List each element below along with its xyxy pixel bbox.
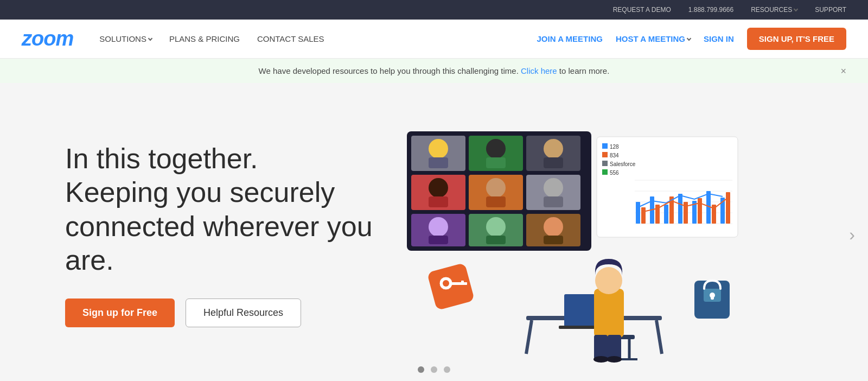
svg-rect-48	[678, 194, 682, 224]
main-nav: zoom SOLUTIONS PLANS & PRICING CONTACT S…	[0, 20, 868, 59]
host-meeting-link[interactable]: HOST A MEETING	[616, 34, 691, 43]
banner-link[interactable]: Click here	[521, 66, 557, 75]
svg-rect-3	[429, 157, 448, 168]
banner-suffix: to learn more.	[559, 66, 610, 75]
announcement-banner: We have developed resources to help you …	[0, 59, 868, 83]
svg-rect-51	[698, 198, 702, 224]
solutions-chevron-icon	[148, 36, 152, 40]
helpful-resources-button[interactable]: Helpful Resources	[186, 299, 301, 327]
zoom-logo[interactable]: zoom	[22, 27, 73, 50]
svg-point-17	[544, 178, 563, 198]
svg-rect-77	[594, 335, 608, 359]
svg-point-20	[429, 217, 448, 237]
hero-content: In this together. Keeping you securely c…	[0, 109, 380, 360]
svg-rect-27	[544, 236, 563, 244]
svg-point-26	[544, 217, 563, 237]
svg-rect-31	[602, 152, 608, 157]
svg-text:834: 834	[610, 153, 619, 158]
svg-point-23	[486, 217, 506, 237]
banner-text: We have developed resources to help you …	[259, 66, 519, 75]
signup-button[interactable]: SIGN UP, IT'S FREE	[747, 28, 846, 50]
contact-sales-nav-link[interactable]: CONTACT SALES	[257, 34, 324, 43]
hero-illustration: 128 834 Salesforce 556	[380, 99, 868, 370]
request-demo-link[interactable]: REQUEST A DEMO	[613, 6, 671, 14]
svg-rect-43	[641, 207, 646, 224]
svg-rect-75	[594, 289, 624, 338]
signup-free-button[interactable]: Sign up for Free	[65, 299, 175, 327]
svg-text:556: 556	[610, 170, 619, 176]
svg-point-11	[429, 178, 448, 198]
carousel-dot-2[interactable]	[431, 366, 437, 373]
resources-link[interactable]: RESOURCES	[751, 6, 797, 14]
carousel-dot-1[interactable]	[418, 366, 424, 373]
banner-close-button[interactable]: ×	[840, 65, 846, 77]
svg-rect-21	[429, 236, 448, 244]
svg-rect-18	[544, 196, 563, 207]
hero-section: In this together. Keeping you securely c…	[0, 83, 868, 381]
svg-point-79	[593, 356, 609, 363]
svg-rect-24	[486, 236, 506, 244]
hero-buttons: Sign up for Free Helpful Resources	[65, 299, 380, 327]
svg-point-8	[544, 139, 563, 158]
svg-rect-42	[636, 202, 640, 224]
svg-line-68	[656, 320, 662, 354]
hero-svg: 128 834 Salesforce 556	[401, 120, 749, 370]
svg-point-2	[429, 139, 448, 158]
svg-rect-9	[544, 157, 563, 168]
top-bar: REQUEST A DEMO 1.888.799.9666 RESOURCES …	[0, 0, 868, 20]
svg-line-67	[526, 320, 532, 354]
svg-point-5	[486, 139, 506, 158]
join-meeting-link[interactable]: JOIN A MEETING	[537, 34, 603, 43]
carousel-dot-3[interactable]	[444, 366, 450, 373]
nav-right: JOIN A MEETING HOST A MEETING SIGN IN SI…	[537, 28, 846, 50]
svg-text:128: 128	[610, 144, 619, 150]
svg-rect-15	[486, 196, 506, 207]
svg-point-76	[595, 267, 622, 294]
carousel-next-arrow[interactable]: ›	[849, 225, 855, 245]
carousel-dots	[418, 366, 450, 373]
svg-rect-12	[429, 196, 448, 207]
svg-rect-29	[602, 143, 608, 149]
svg-rect-64	[461, 281, 464, 285]
svg-point-80	[607, 356, 622, 363]
resources-chevron-icon	[794, 7, 798, 11]
svg-rect-55	[726, 192, 730, 224]
svg-rect-78	[608, 335, 621, 359]
svg-rect-59	[711, 295, 714, 300]
svg-rect-6	[486, 157, 506, 168]
plans-nav-link[interactable]: PLANS & PRICING	[169, 34, 240, 43]
svg-text:Salesforce: Salesforce	[610, 161, 636, 167]
host-chevron-icon	[687, 36, 691, 40]
svg-rect-33	[602, 161, 608, 166]
solutions-nav-link[interactable]: SOLUTIONS	[99, 34, 152, 43]
sign-in-link[interactable]: SIGN IN	[704, 34, 734, 43]
svg-rect-35	[602, 169, 608, 175]
svg-rect-65	[464, 282, 467, 285]
svg-point-62	[443, 280, 449, 287]
phone-link[interactable]: 1.888.799.9666	[688, 6, 733, 14]
hero-title: In this together. Keeping you securely c…	[65, 142, 380, 277]
support-link[interactable]: SUPPORT	[815, 6, 846, 14]
svg-rect-46	[664, 205, 668, 224]
nav-left: SOLUTIONS PLANS & PRICING CONTACT SALES	[99, 34, 537, 43]
svg-point-14	[486, 178, 506, 198]
